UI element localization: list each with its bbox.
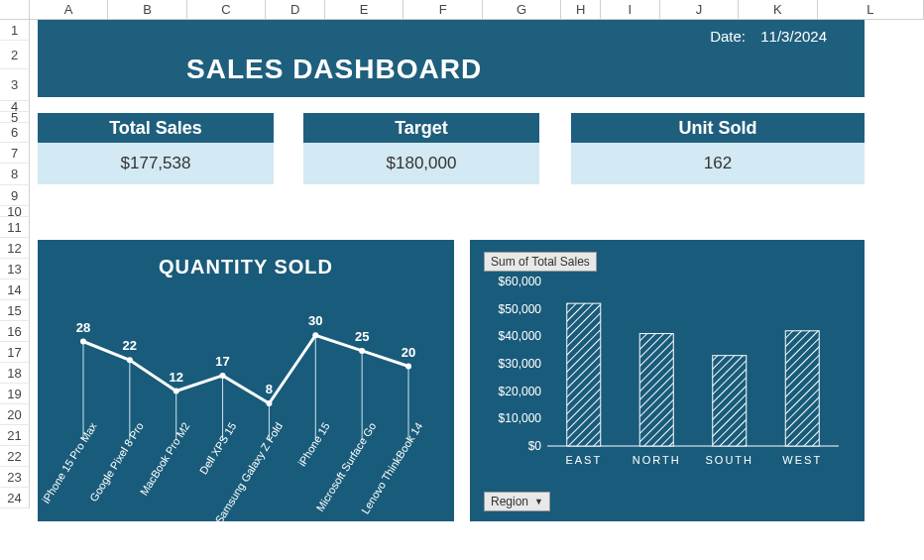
svg-text:$30,000: $30,000 (499, 357, 542, 371)
column-header-I[interactable]: I (601, 0, 660, 19)
row-header-16[interactable]: 16 (0, 321, 30, 342)
date-value: 11/3/2024 (760, 28, 827, 45)
kpi-total-sales: Total Sales $177,538 (38, 113, 274, 184)
row-header-14[interactable]: 14 (0, 280, 30, 300)
column-header-F[interactable]: F (404, 0, 482, 19)
svg-text:22: 22 (123, 338, 137, 353)
column-header-A[interactable]: A (30, 0, 108, 19)
row-header-5[interactable]: 5 (0, 112, 30, 123)
x-category-label: iPhone 15 (295, 420, 331, 468)
row-header-21[interactable]: 21 (0, 425, 30, 446)
row-header-6[interactable]: 6 (0, 123, 30, 143)
row-header-24[interactable]: 24 (0, 488, 30, 508)
worksheet: Date: 11/3/2024 SALES DASHBOARD Total Sa… (30, 20, 924, 560)
row-header-9[interactable]: 9 (0, 185, 30, 206)
row-headers: 123456789101112131415161718192021222324 (0, 20, 30, 508)
row-header-10[interactable]: 10 (0, 206, 30, 217)
svg-point-20 (359, 348, 365, 354)
svg-text:$60,000: $60,000 (499, 276, 542, 288)
svg-text:12: 12 (169, 370, 182, 385)
svg-text:SOUTH: SOUTH (706, 454, 754, 466)
svg-text:$10,000: $10,000 (499, 411, 542, 425)
svg-text:$40,000: $40,000 (499, 329, 542, 343)
svg-text:WEST: WEST (782, 454, 822, 466)
dropdown-caret-icon: ▼ (534, 497, 543, 506)
row-header-17[interactable]: 17 (0, 342, 30, 363)
svg-text:25: 25 (355, 329, 369, 344)
row-header-15[interactable]: 15 (0, 300, 30, 321)
row-header-20[interactable]: 20 (0, 404, 30, 425)
chart-legend[interactable]: Sum of Total Sales (484, 252, 597, 272)
column-header-H[interactable]: H (561, 0, 601, 19)
row-header-1[interactable]: 1 (0, 20, 30, 41)
row-header-13[interactable]: 13 (0, 259, 30, 280)
kpi-unit-sold: Unit Sold 162 (571, 113, 865, 184)
svg-rect-38 (713, 356, 747, 446)
kpi-target: Target $180,000 (303, 113, 539, 184)
row-header-18[interactable]: 18 (0, 363, 30, 384)
svg-text:EAST: EAST (565, 454, 602, 466)
svg-point-22 (405, 364, 411, 370)
dashboard-title: SALES DASHBOARD (186, 54, 482, 85)
row-header-22[interactable]: 22 (0, 446, 30, 467)
svg-text:$20,000: $20,000 (499, 385, 542, 398)
column-header-L[interactable]: L (818, 0, 924, 19)
svg-text:8: 8 (266, 382, 273, 396)
column-header-E[interactable]: E (325, 0, 404, 19)
kpi-value: 162 (571, 143, 865, 184)
column-header-K[interactable]: K (739, 0, 817, 19)
kpi-value: $177,538 (38, 143, 274, 184)
svg-point-8 (80, 339, 86, 345)
column-headers: ABCDEFGHIJKL (0, 0, 924, 20)
x-category-label: MacBook Pro M2 (138, 420, 192, 498)
row-header-11[interactable]: 11 (0, 217, 30, 238)
line-chart-x-labels: iPhone 15 Pro MaxGoogle Pixel 8 ProMacBo… (58, 414, 434, 523)
kpi-label: Target (303, 113, 539, 143)
date-label: Date: (710, 28, 746, 45)
kpi-value: $180,000 (303, 143, 539, 184)
kpi-label: Total Sales (38, 113, 274, 143)
svg-text:30: 30 (308, 313, 322, 328)
filter-field-label: Region (491, 495, 528, 508)
x-category-label: Dell XPS 15 (197, 420, 239, 477)
svg-point-16 (266, 400, 272, 406)
svg-point-14 (220, 373, 226, 379)
svg-rect-40 (785, 331, 819, 446)
svg-rect-36 (639, 334, 673, 446)
chart-title: QUANTITY SOLD (38, 240, 454, 279)
column-header-C[interactable]: C (187, 0, 266, 19)
column-header-D[interactable]: D (266, 0, 325, 19)
svg-rect-34 (567, 303, 601, 446)
svg-text:17: 17 (215, 354, 229, 369)
bar-chart-plot: $0$10,000$20,000$30,000$40,000$50,000$60… (486, 276, 851, 474)
column-header-B[interactable]: B (108, 0, 186, 19)
svg-point-12 (173, 389, 179, 394)
dashboard-banner: Date: 11/3/2024 SALES DASHBOARD (38, 20, 865, 97)
row-header-3[interactable]: 3 (0, 69, 30, 101)
region-sales-chart[interactable]: Sum of Total Sales $0$10,000$20,000$30,0… (470, 240, 865, 521)
row-header-2[interactable]: 2 (0, 41, 30, 69)
row-header-8[interactable]: 8 (0, 164, 30, 185)
kpi-label: Unit Sold (571, 113, 865, 143)
row-header-12[interactable]: 12 (0, 238, 30, 259)
svg-text:28: 28 (76, 320, 90, 335)
svg-text:NORTH: NORTH (633, 454, 681, 466)
svg-text:$0: $0 (528, 439, 542, 453)
row-header-19[interactable]: 19 (0, 384, 30, 404)
svg-text:20: 20 (402, 345, 415, 360)
svg-point-18 (312, 332, 318, 338)
quantity-sold-chart[interactable]: QUANTITY SOLD 282212178302520 iPhone 15 … (38, 240, 454, 521)
column-header-G[interactable]: G (483, 0, 561, 19)
row-header-7[interactable]: 7 (0, 143, 30, 164)
svg-text:$50,000: $50,000 (499, 302, 542, 316)
row-header-23[interactable]: 23 (0, 467, 30, 488)
region-filter-button[interactable]: Region ▼ (484, 492, 550, 511)
svg-point-10 (127, 357, 133, 363)
column-header-J[interactable]: J (660, 0, 739, 19)
